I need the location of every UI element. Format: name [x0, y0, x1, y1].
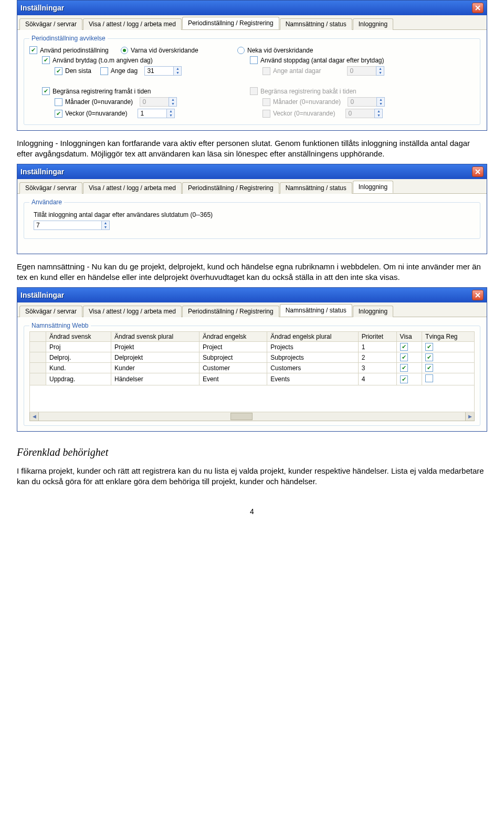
col-head[interactable]: Tvinga Reg: [422, 332, 475, 342]
radio-deny[interactable]: [237, 47, 245, 54]
table-row[interactable]: ProjProjektProjectProjects1: [30, 342, 475, 352]
horizontal-scrollbar[interactable]: ◀ ▶: [29, 412, 475, 421]
cell[interactable]: Delprojekt: [111, 352, 200, 363]
settings-dialog-login: Inställningar Sökvägar / servrar Visa / …: [17, 164, 487, 254]
scroll-left-icon[interactable]: ◀: [30, 412, 39, 421]
col-head[interactable]: Ändrad svensk plural: [111, 332, 200, 342]
cell[interactable]: Projects: [267, 342, 358, 352]
cell[interactable]: 2: [358, 352, 396, 363]
dialog-title: Inställningar: [20, 168, 64, 176]
checkbox-tvinga[interactable]: [425, 343, 433, 351]
naming-table[interactable]: Ändrad svensk Ändrad svensk plural Ändra…: [29, 331, 475, 385]
spinner-months-bwd: ▲▼: [348, 97, 385, 107]
col-head[interactable]: Ändrad engelsk: [199, 332, 267, 342]
col-head[interactable]: Ändrad svensk: [46, 332, 111, 342]
value[interactable]: [34, 221, 101, 230]
cell[interactable]: Project: [199, 342, 267, 352]
tabstrip: Sökvägar / servrar Visa / attest / logg …: [17, 302, 487, 317]
cell[interactable]: 3: [358, 363, 396, 373]
cell[interactable]: Uppdrag.: [46, 373, 111, 385]
checkbox-visa[interactable]: [400, 343, 408, 351]
checkbox-label: Använd periodinställning: [40, 47, 109, 54]
checkbox-tvinga[interactable]: [425, 353, 433, 361]
checkbox-visa[interactable]: [400, 353, 408, 361]
cell[interactable]: Subprojects: [267, 352, 358, 363]
col-head[interactable]: Visa: [396, 332, 422, 342]
tab-namn[interactable]: Namnsättning / status: [280, 18, 352, 30]
tab-inloggning[interactable]: Inloggning: [353, 306, 393, 317]
cell[interactable]: 1: [358, 342, 396, 352]
groupbox-period: Periodinställning avvikelse Använd perio…: [24, 38, 480, 125]
cell[interactable]: Customer: [199, 363, 267, 373]
table-row[interactable]: Delproj.DelprojektSubprojectSubprojects2: [30, 352, 475, 363]
checkbox-stoppdag[interactable]: [250, 56, 258, 64]
checkbox-visa[interactable]: [400, 375, 408, 383]
cell[interactable]: Händelser: [111, 373, 200, 385]
checkbox-label: Ange dag: [111, 67, 138, 75]
tab-inloggning[interactable]: Inloggning: [353, 18, 393, 30]
checkbox-months-bwd: [262, 98, 270, 106]
groupbox-naming: Namnsättning Webb Ändrad svensk Ändrad s…: [24, 326, 480, 426]
cell[interactable]: Events: [267, 373, 358, 385]
cell[interactable]: Proj: [46, 342, 111, 352]
tab-period[interactable]: Periodinställning / Registrering: [182, 182, 279, 194]
checkbox-use-period[interactable]: [29, 46, 37, 54]
cell[interactable]: Customers: [267, 363, 358, 373]
close-icon[interactable]: [472, 290, 484, 300]
radio-label: Neka vid överskridande: [247, 47, 313, 54]
table-row[interactable]: Uppdrag.HändelserEventEvents4: [30, 373, 475, 385]
tab-visa[interactable]: Visa / attest / logg / arbeta med: [83, 182, 182, 194]
titlebar[interactable]: Inställningar: [17, 164, 487, 179]
titlebar[interactable]: Inställningar: [17, 288, 487, 302]
tab-sokvagar[interactable]: Sökvägar / servrar: [19, 18, 82, 30]
spinner-angedag[interactable]: ▲▼: [144, 66, 182, 76]
settings-dialog-naming: Inställningar Sökvägar / servrar Visa / …: [17, 287, 487, 432]
close-icon[interactable]: [472, 3, 484, 13]
cell[interactable]: Subproject: [199, 352, 267, 363]
checkbox-label: Begränsa registrering framåt i tiden: [52, 88, 151, 95]
cell[interactable]: Delproj.: [46, 352, 111, 363]
table-row[interactable]: Kund.KunderCustomerCustomers3: [30, 363, 475, 373]
col-head[interactable]: Prioritet: [358, 332, 396, 342]
checkbox-tvinga[interactable]: [425, 374, 433, 382]
tab-inloggning[interactable]: Inloggning: [353, 181, 393, 193]
checkbox-label: Veckor (0=nuvarande): [65, 110, 127, 117]
checkbox-months-fwd[interactable]: [55, 98, 62, 106]
cell[interactable]: Kund.: [46, 363, 111, 373]
checkbox-densista[interactable]: [55, 67, 62, 75]
cell[interactable]: Projekt: [111, 342, 200, 352]
cell[interactable]: Event: [199, 373, 267, 385]
tab-sokvagar[interactable]: Sökvägar / servrar: [19, 182, 82, 194]
groupbox-user: Användare Tillåt inloggning antal dagar …: [24, 202, 480, 239]
tab-period[interactable]: Periodinställning / Registrering: [182, 306, 279, 317]
tab-period[interactable]: Periodinställning / Registrering: [182, 17, 279, 29]
radio-warn[interactable]: [121, 47, 128, 54]
checkbox-visa[interactable]: [400, 364, 408, 372]
checkbox-limit-fwd[interactable]: [42, 87, 50, 95]
checkbox-weeks-fwd[interactable]: [55, 110, 62, 118]
value[interactable]: [144, 66, 173, 76]
cell[interactable]: 4: [358, 373, 396, 385]
checkbox-tvinga[interactable]: [425, 364, 433, 372]
spinner-weeks-bwd: ▲▼: [345, 109, 383, 118]
titlebar[interactable]: Inställningar: [17, 1, 487, 15]
scroll-right-icon[interactable]: ▶: [465, 412, 474, 421]
checkbox-brytdag[interactable]: [42, 56, 50, 64]
tab-namn[interactable]: Namnsättning / status: [280, 304, 352, 317]
checkbox-limit-bwd: [250, 87, 258, 95]
checkbox-angedag[interactable]: [100, 67, 108, 75]
tab-namn[interactable]: Namnsättning / status: [280, 182, 352, 194]
cell[interactable]: Kunder: [111, 363, 200, 373]
settings-dialog-period: Inställningar Sökvägar / servrar Visa / …: [17, 0, 487, 131]
tab-visa[interactable]: Visa / attest / logg / arbeta med: [83, 18, 182, 30]
tab-visa[interactable]: Visa / attest / logg / arbeta med: [83, 306, 182, 317]
spinner-weeks-fwd[interactable]: ▲▼: [138, 109, 175, 118]
value[interactable]: [138, 109, 166, 118]
close-icon[interactable]: [472, 166, 484, 177]
checkbox-label: Använd stoppdag (antal dagar efter brytd…: [260, 57, 384, 64]
value: [140, 97, 169, 107]
scroll-thumb[interactable]: [230, 413, 253, 420]
tab-sokvagar[interactable]: Sökvägar / servrar: [19, 306, 82, 317]
spinner-login-days[interactable]: ▲▼: [34, 221, 110, 230]
col-head[interactable]: Ändrad engelsk plural: [267, 332, 358, 342]
